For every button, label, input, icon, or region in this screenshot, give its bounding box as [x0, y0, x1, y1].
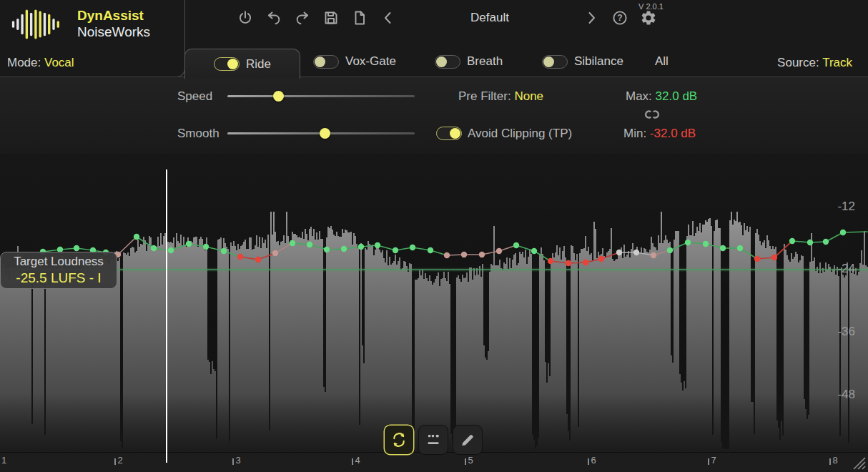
tooltip-title: Target Loudness: [14, 254, 104, 270]
target-loudness-tooltip: Target Loudness -25.5 LUFS - I: [0, 252, 117, 289]
tab-label: Ride: [246, 57, 271, 72]
controls-panel: [0, 77, 868, 154]
timeline-tick: [829, 458, 831, 465]
source-label: Source: Track: [777, 56, 852, 70]
save-icon[interactable]: [322, 9, 340, 27]
timeline-number: 6: [591, 455, 596, 466]
db-tick-label: -48: [822, 388, 855, 402]
db-tick-label: -12: [822, 200, 855, 214]
timeline-marker: 2: [114, 455, 123, 466]
max-db-readout[interactable]: Max: 32.0 dB: [626, 89, 697, 104]
mode-label: Mode: Vocal: [7, 56, 74, 70]
timeline-number: 4: [355, 455, 360, 466]
speed-slider-knob[interactable]: [273, 91, 284, 102]
smooth-slider[interactable]: [227, 132, 415, 134]
draw-mode-button[interactable]: [453, 426, 482, 454]
next-preset-icon[interactable]: [582, 9, 601, 27]
timeline-marker: 5: [465, 455, 473, 466]
power-icon[interactable]: [236, 9, 255, 27]
tab-vox-gate[interactable]: Vox-Gate: [313, 54, 396, 69]
automation-points-icon: [424, 431, 443, 449]
noiseworks-logo-icon: [9, 8, 66, 41]
tab-all[interactable]: All: [655, 54, 669, 69]
new-file-icon[interactable]: [350, 9, 369, 27]
timeline-marker: 4: [352, 455, 360, 466]
tooltip-value: -25.5 LUFS - I: [16, 270, 101, 287]
min-db-readout[interactable]: Min: -32.0 dB: [623, 127, 696, 141]
vox-gate-toggle[interactable]: [313, 55, 339, 69]
timeline-tick: [588, 458, 589, 465]
toolbar: Default ?: [236, 6, 658, 30]
ride-toggle[interactable]: [214, 57, 240, 71]
speed-slider[interactable]: [227, 95, 415, 97]
timeline-marker: 8: [829, 455, 838, 466]
preset-name[interactable]: Default: [408, 11, 572, 25]
undo-icon[interactable]: [265, 9, 283, 27]
plugin-window: DynAssist NoiseWorks Default ? V: [0, 0, 868, 472]
timeline-tick: [465, 458, 466, 465]
prev-preset-icon[interactable]: [379, 9, 398, 27]
breath-toggle[interactable]: [435, 55, 460, 69]
avoid-clipping-label: Avoid Clipping (TP): [468, 127, 572, 141]
redo-icon[interactable]: [293, 9, 312, 27]
tab-label: All: [655, 54, 669, 69]
smooth-label: Smooth: [177, 127, 220, 141]
svg-text:?: ?: [617, 13, 622, 23]
points-mode-button[interactable]: [419, 426, 448, 454]
tab-breath[interactable]: Breath: [435, 54, 503, 69]
brand-title: DynAssist: [77, 8, 144, 24]
speed-label: Speed: [177, 89, 212, 104]
resize-handle-icon[interactable]: [848, 453, 867, 471]
tab-sibilance[interactable]: Sibilance: [542, 54, 623, 69]
timeline-number: 8: [833, 455, 838, 466]
company-title: NoiseWorks: [77, 24, 150, 40]
help-icon[interactable]: ?: [611, 9, 629, 27]
mode-value[interactable]: Vocal: [44, 56, 74, 69]
tab-label: Vox-Gate: [345, 54, 396, 69]
min-db-value: -32.0 dB: [650, 127, 696, 140]
timeline-number: 1: [1, 455, 6, 466]
avoid-clipping-toggle[interactable]: [436, 127, 462, 140]
sync-icon: [390, 431, 408, 449]
tab-ride[interactable]: Ride: [184, 49, 300, 79]
db-tick-label: -24: [822, 262, 855, 276]
timeline-marker: 6: [588, 455, 596, 466]
version-label: V 2.0.1: [638, 2, 664, 11]
timeline-number: 3: [236, 455, 241, 466]
timeline-tick: [708, 458, 709, 465]
timeline-tick: [352, 458, 353, 465]
auto-recalculate-button[interactable]: [385, 426, 413, 454]
timeline-ruler[interactable]: 12345678: [0, 455, 868, 471]
waveform-display[interactable]: [0, 154, 868, 452]
prefilter-value[interactable]: None: [514, 89, 543, 103]
timeline-number: 5: [468, 455, 473, 466]
timeline-tick: [232, 458, 234, 465]
settings-gear-icon[interactable]: [639, 9, 658, 27]
tab-label: Breath: [467, 54, 503, 69]
timeline-marker: 3: [232, 455, 241, 466]
sibilance-toggle[interactable]: [542, 55, 568, 69]
timeline-tick: [114, 458, 116, 465]
timeline-number: 2: [118, 455, 123, 466]
db-tick-label: -36: [822, 325, 855, 339]
timeline-marker: 7: [708, 455, 716, 466]
prefilter-label: Pre Filter: None: [458, 89, 543, 104]
pencil-icon: [458, 431, 477, 449]
source-value[interactable]: Track: [822, 56, 852, 69]
tab-label: Sibilance: [574, 54, 623, 69]
unlink-icon[interactable]: [641, 106, 663, 123]
timeline-marker: 1: [1, 455, 6, 466]
max-db-value: 32.0 dB: [656, 89, 698, 103]
timeline-number: 7: [711, 455, 716, 466]
wave-buttons-row: [385, 426, 482, 454]
